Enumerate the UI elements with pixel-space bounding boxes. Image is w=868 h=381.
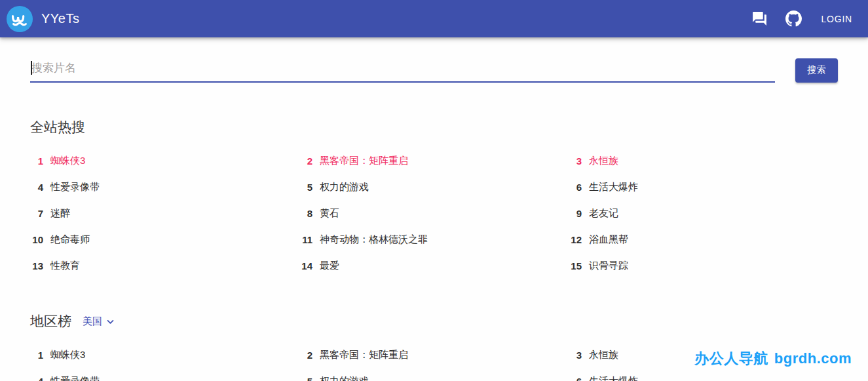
search-button[interactable]: 搜索	[795, 58, 838, 83]
region-rank-section: 地区榜 美国 1 蜘蛛侠3 2 黑客帝国：矩阵重启 3 永恒族 4	[30, 312, 838, 381]
list-item[interactable]: 8 黄石	[299, 200, 569, 226]
item-rank: 5	[299, 376, 312, 381]
list-item[interactable]: 2 黑客帝国：矩阵重启	[299, 148, 569, 174]
item-title[interactable]: 生活大爆炸	[589, 375, 638, 381]
item-title[interactable]: 绝命毒师	[50, 233, 90, 246]
yyets-logo-icon[interactable]	[7, 6, 33, 32]
item-rank: 4	[30, 376, 43, 381]
item-rank: 5	[299, 182, 312, 193]
list-item[interactable]: 4 性爱录像带	[30, 368, 299, 381]
chat-icon[interactable]	[751, 10, 768, 27]
item-title[interactable]: 黑客帝国：矩阵重启	[320, 155, 408, 167]
item-title[interactable]: 权力的游戏	[320, 181, 369, 193]
item-rank: 1	[30, 350, 43, 361]
item-rank: 12	[569, 234, 582, 245]
list-item[interactable]: 10 绝命毒师	[30, 226, 299, 252]
hot-search-list: 1 蜘蛛侠3 2 黑客帝国：矩阵重启 3 永恒族 4 性爱录像带 5 权力的游戏…	[30, 148, 838, 279]
item-title[interactable]: 老友记	[589, 207, 618, 220]
item-rank: 10	[30, 234, 43, 245]
list-item[interactable]: 14 最爱	[299, 252, 569, 279]
chevron-down-icon[interactable]	[104, 315, 117, 328]
item-rank: 2	[299, 350, 312, 361]
item-rank: 2	[299, 155, 312, 167]
hot-search-title: 全站热搜	[30, 118, 85, 136]
list-item[interactable]: 2 黑客帝国：矩阵重启	[299, 342, 569, 368]
search-bar: 搜索	[30, 58, 838, 83]
list-item[interactable]: 6 生活大爆炸	[569, 174, 838, 200]
item-title[interactable]: 迷醉	[50, 207, 70, 220]
item-title[interactable]: 神奇动物：格林德沃之罪	[320, 233, 428, 246]
item-title[interactable]: 黑客帝国：矩阵重启	[320, 349, 408, 361]
list-item[interactable]: 1 蜘蛛侠3	[30, 148, 299, 174]
item-title[interactable]: 黄石	[320, 207, 339, 220]
brand-title[interactable]: YYeTs	[41, 11, 79, 26]
yyets-wave-logo	[7, 6, 33, 32]
item-title[interactable]: 永恒族	[589, 155, 618, 167]
item-title[interactable]: 最爱	[320, 260, 339, 272]
item-title[interactable]: 性爱录像带	[50, 375, 100, 381]
search-field-wrapper	[30, 58, 775, 83]
login-button[interactable]: LOGIN	[820, 9, 854, 30]
item-rank: 15	[569, 260, 582, 271]
watermark-text: 办公人导航	[694, 350, 768, 367]
item-rank: 13	[30, 260, 43, 271]
item-rank: 9	[569, 208, 582, 219]
item-title[interactable]: 权力的游戏	[320, 375, 369, 381]
item-title[interactable]: 浴血黑帮	[589, 233, 628, 246]
list-item[interactable]: 3 永恒族	[569, 148, 838, 174]
github-icon[interactable]	[785, 10, 802, 27]
item-title[interactable]: 识骨寻踪	[589, 260, 628, 272]
list-item[interactable]: 7 迷醉	[30, 200, 299, 226]
item-rank: 6	[569, 376, 582, 381]
item-rank: 6	[569, 182, 582, 193]
list-item[interactable]: 4 性爱录像带	[30, 174, 299, 200]
item-title[interactable]: 性教育	[50, 260, 80, 272]
watermark: 办公人导航bgrdh.com	[694, 349, 852, 369]
item-title[interactable]: 蜘蛛侠3	[50, 349, 85, 361]
item-title[interactable]: 蜘蛛侠3	[50, 155, 85, 167]
hot-search-section: 全站热搜 1 蜘蛛侠3 2 黑客帝国：矩阵重启 3 永恒族 4 性爱录像带 5 …	[30, 118, 838, 279]
item-rank: 8	[299, 208, 312, 219]
app-bar: YYeTs LOGIN	[0, 0, 868, 37]
list-item[interactable]: 11 神奇动物：格林德沃之罪	[299, 226, 569, 252]
text-caret	[31, 61, 32, 75]
item-rank: 1	[30, 155, 43, 167]
item-rank: 3	[569, 155, 582, 167]
list-item[interactable]: 5 权力的游戏	[299, 174, 569, 200]
item-rank: 4	[30, 182, 43, 193]
item-title[interactable]: 永恒族	[589, 349, 618, 361]
region-selector[interactable]: 美国	[83, 315, 117, 328]
list-item[interactable]: 9 老友记	[569, 200, 838, 226]
item-title[interactable]: 生活大爆炸	[589, 181, 638, 193]
list-item[interactable]: 15 识骨寻踪	[569, 252, 838, 279]
appbar-actions: LOGIN	[751, 9, 854, 30]
region-selected-value[interactable]: 美国	[83, 315, 102, 328]
search-input[interactable]	[30, 58, 775, 83]
item-rank: 14	[299, 260, 312, 271]
list-item[interactable]: 12 浴血黑帮	[569, 226, 838, 252]
item-title[interactable]: 性爱录像带	[50, 181, 100, 193]
list-item[interactable]: 6 生活大爆炸	[569, 368, 838, 381]
list-item[interactable]: 13 性教育	[30, 252, 299, 279]
region-rank-title: 地区榜	[30, 312, 71, 331]
list-item[interactable]: 5 权力的游戏	[299, 368, 569, 381]
watermark-site: bgrdh.com	[774, 350, 852, 367]
item-rank: 7	[30, 208, 43, 219]
item-rank: 3	[569, 350, 582, 361]
list-item[interactable]: 1 蜘蛛侠3	[30, 342, 299, 368]
item-rank: 11	[299, 234, 312, 245]
